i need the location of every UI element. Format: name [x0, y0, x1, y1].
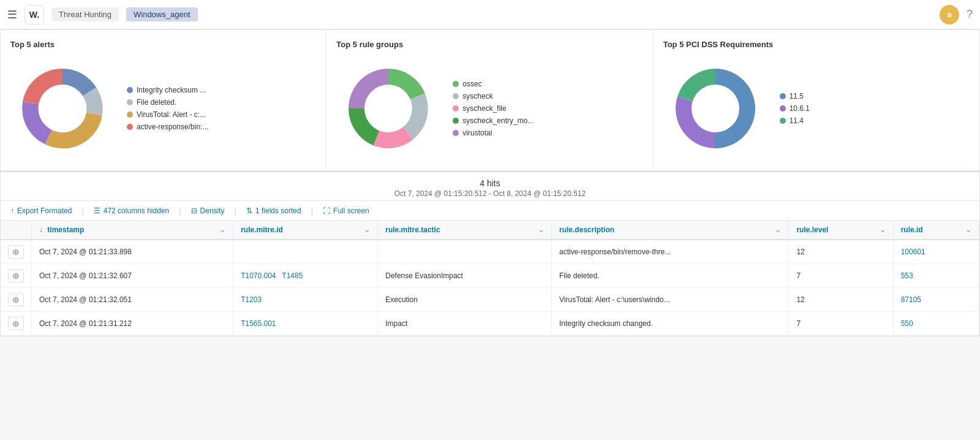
mitre-id-link-1[interactable]: T1565.001 [241, 319, 276, 328]
th-rule-id[interactable]: rule.id ⌄ [893, 221, 979, 240]
separator: | [235, 206, 236, 215]
avatar[interactable]: a [940, 5, 959, 25]
legend-dot [453, 81, 459, 87]
th-rule-id-filter-icon[interactable]: ⌄ [965, 226, 971, 234]
td-mitre-tactic [378, 240, 552, 264]
legend-dot [453, 93, 459, 99]
results-section: 4 hits Oct 7, 2024 @ 01:15:20.512 - Oct … [0, 172, 980, 336]
td-description: active-response/bin/remove-thre... [552, 240, 789, 264]
th-description-filter-icon[interactable]: ⌄ [775, 226, 781, 234]
chart-top5-pci-title: Top 5 PCI DSS Requirements [663, 40, 970, 49]
td-mitre-id: T1565.001 [233, 312, 378, 336]
th-mitre-id-label: rule.mitre.id [241, 226, 283, 234]
th-timestamp-label: timestamp [47, 226, 84, 234]
table-row: ⊕ Oct 7, 2024 @ 01:21:33.898 active-resp… [1, 240, 979, 264]
th-level[interactable]: rule.level ⌄ [789, 221, 893, 240]
mitre-id-link-2[interactable]: T1485 [282, 271, 303, 280]
table-row: ⊕ Oct 7, 2024 @ 01:21:31.212 T1565.001 I… [1, 312, 979, 336]
legend-dot [127, 112, 133, 118]
td-rule-id: 553 [893, 264, 979, 288]
legend-rule-groups: ossec syscheck syscheck_file syscheck_en… [453, 80, 533, 137]
rule-id-link[interactable]: 553 [901, 271, 913, 280]
legend-label: active-response/bin:... [137, 123, 208, 131]
td-mitre-tactic: Impact [378, 312, 552, 336]
th-level-label: rule.level [796, 226, 828, 234]
th-mitre-tactic-filter-icon[interactable]: ⌄ [538, 226, 544, 234]
separator: | [311, 206, 313, 215]
th-mitre-id[interactable]: rule.mitre.id ⌄ [233, 221, 378, 240]
results-header: 4 hits Oct 7, 2024 @ 01:15:20.512 - Oct … [1, 172, 979, 201]
legend-pci: 11.5 10.6.1 11.4 [780, 92, 810, 125]
rule-id-link[interactable]: 87105 [901, 295, 921, 304]
legend-dot [127, 99, 133, 105]
donut-rule-groups [336, 56, 440, 161]
th-description[interactable]: rule.description ⌄ [552, 221, 789, 240]
rule-id-link[interactable]: 100601 [901, 248, 925, 256]
td-timestamp: Oct 7, 2024 @ 01:21:33.898 [32, 240, 233, 264]
logo[interactable]: W. [24, 5, 44, 25]
results-table: ↓ timestamp ⌄ rule.mitre.id ⌄ rule.mitre… [1, 221, 979, 336]
chart-top5-rule-groups: Top 5 rule groups [326, 29, 653, 171]
menu-icon[interactable]: ☰ [7, 8, 17, 21]
fullscreen-button[interactable]: ⛶ Full screen [323, 207, 369, 215]
td-mitre-id: T1203 [233, 288, 378, 312]
td-timestamp: Oct 7, 2024 @ 01:21:32.607 [32, 264, 233, 288]
sort-desc-icon: ↓ [39, 226, 43, 234]
td-rule-id: 87105 [893, 288, 979, 312]
legend-dot [127, 87, 133, 93]
td-level: 7 [789, 312, 893, 336]
table-row: ⊕ Oct 7, 2024 @ 01:21:32.051 T1203 Execu… [1, 288, 979, 312]
expand-cell: ⊕ [1, 240, 32, 264]
expand-button[interactable]: ⊕ [8, 245, 24, 259]
density-label: Density [200, 207, 225, 215]
td-timestamp: Oct 7, 2024 @ 01:21:31.212 [32, 312, 233, 336]
td-level: 7 [789, 264, 893, 288]
mitre-id-link-1[interactable]: T1070.004 [241, 271, 276, 280]
separator: | [179, 206, 181, 215]
expand-button[interactable]: ⊕ [8, 269, 24, 283]
breadcrumb-windows-agent[interactable]: Windows_agent [126, 7, 198, 21]
table-body: ⊕ Oct 7, 2024 @ 01:21:33.898 active-resp… [1, 240, 979, 336]
density-icon: ⊟ [191, 207, 197, 215]
results-table-container: ↓ timestamp ⌄ rule.mitre.id ⌄ rule.mitre… [1, 221, 979, 336]
separator: | [81, 206, 83, 215]
td-mitre-tactic: Defense EvasionImpact [378, 264, 552, 288]
th-timestamp-filter-icon[interactable]: ⌄ [219, 226, 225, 234]
legend-item: active-response/bin:... [127, 123, 208, 131]
legend-item: File deleted. [127, 98, 208, 107]
sort-icon: ⇅ [246, 207, 252, 215]
charts-row: Top 5 alerts [0, 29, 980, 172]
td-timestamp: Oct 7, 2024 @ 01:21:32.051 [32, 288, 233, 312]
breadcrumb-threat-hunting[interactable]: Threat Hunting [51, 7, 119, 21]
th-timestamp[interactable]: ↓ timestamp ⌄ [32, 221, 233, 240]
legend-item: 10.6.1 [780, 104, 810, 113]
legend-label: 11.4 [790, 116, 804, 125]
legend-dot [127, 124, 133, 130]
table-header: ↓ timestamp ⌄ rule.mitre.id ⌄ rule.mitre… [1, 221, 979, 240]
th-mitre-tactic[interactable]: rule.mitre.tactic ⌄ [378, 221, 552, 240]
th-level-filter-icon[interactable]: ⌄ [880, 226, 886, 234]
th-rule-id-label: rule.id [901, 226, 923, 234]
rule-id-link[interactable]: 550 [901, 319, 913, 328]
chart-top5-rule-groups-title: Top 5 rule groups [336, 40, 643, 49]
expand-button[interactable]: ⊕ [8, 317, 24, 330]
th-mitre-id-filter-icon[interactable]: ⌄ [364, 226, 370, 234]
legend-dot [780, 93, 786, 99]
expand-button[interactable]: ⊕ [8, 293, 24, 306]
td-description: Integrity checksum changed. [552, 312, 789, 336]
export-icon: ↑ [10, 207, 14, 215]
mitre-id-link-1[interactable]: T1203 [241, 295, 262, 304]
table-row: ⊕ Oct 7, 2024 @ 01:21:32.607 T1070.004 T… [1, 264, 979, 288]
export-button[interactable]: ↑ Export Formated [10, 207, 72, 215]
legend-label: ossec [462, 80, 481, 88]
legend-item: virustotal [453, 129, 533, 137]
chart-top5-alerts-content: Integrity checksum ... File deleted. Vir… [10, 56, 316, 161]
fields-sorted-button[interactable]: ⇅ 1 fields sorted [246, 207, 301, 215]
th-mitre-tactic-label: rule.mitre.tactic [385, 226, 440, 234]
donut-pci [663, 56, 767, 161]
density-button[interactable]: ⊟ Density [191, 207, 225, 215]
help-icon[interactable]: ? [967, 8, 973, 21]
columns-hidden-button[interactable]: ☰ 472 columns hidden [94, 207, 169, 215]
td-level: 12 [789, 240, 893, 264]
legend-label: syscheck_entry_mo... [462, 116, 533, 125]
